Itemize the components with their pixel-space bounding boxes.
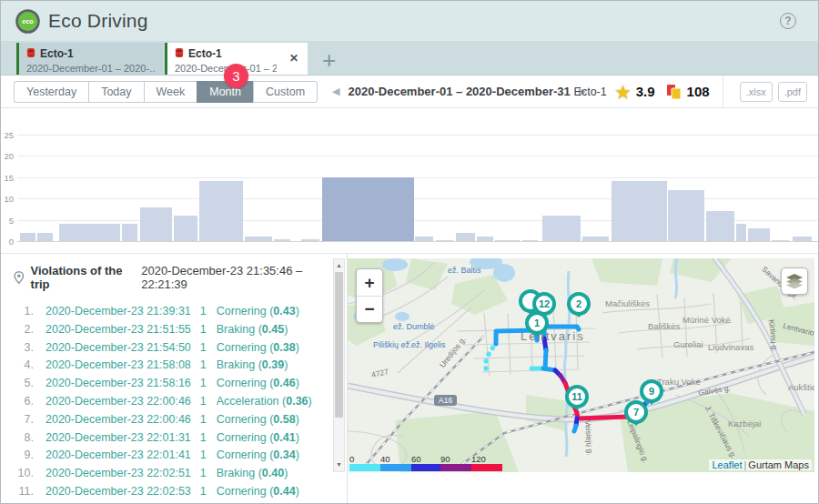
trip-bar-26[interactable] [793,237,812,241]
trip-bar-19[interactable] [582,237,609,241]
tab-ecto-1-0[interactable]: Ecto-12020-December-01 – 2020-... [16,43,163,75]
violation-count: 1 [200,483,207,501]
trip-bar-13[interactable] [436,240,453,242]
tab-subtitle: 2020-December-01 – 2020-... [26,63,156,74]
attribution-divider: | [744,459,747,470]
trip-bar-10[interactable] [301,239,319,241]
add-tab-button[interactable]: + [322,48,336,72]
export-xlsx-button[interactable]: .xlsx [740,82,773,102]
violation-datetime-link[interactable]: 2020-December-23 22:02:53 [46,483,191,501]
violation-row: 3.2020-December-23 21:54:501Cornering (0… [14,339,329,358]
trip-bar-17[interactable] [522,240,538,242]
trip-marker-1[interactable]: 1 [525,311,549,346]
svg-text:eco: eco [22,17,34,25]
scroll-down-icon[interactable]: ▼ [334,459,344,470]
trip-bar-15[interactable] [477,237,493,241]
trip-marker-2[interactable]: 2 [567,292,591,327]
trip-bar-4[interactable] [122,224,137,241]
violation-type-link[interactable]: Braking (0.39) [217,357,288,375]
layers-icon [786,274,803,288]
trip-bar-11[interactable] [322,177,414,241]
violation-datetime-link[interactable]: 2020-December-23 22:00:46 [46,411,191,429]
help-icon[interactable]: ? [780,13,796,29]
leaflet-link[interactable]: Leaflet [712,459,742,470]
scrollbar-thumb[interactable] [335,272,343,418]
trip-bar-7[interactable] [199,181,243,241]
scroll-up-icon[interactable]: ▲ [334,260,344,271]
violation-datetime-link[interactable]: 2020-December-23 21:51:55 [46,321,191,339]
violation-type-link[interactable]: Acceleration (0.36) [217,393,312,411]
violation-datetime-link[interactable]: 2020-December-23 21:58:08 [46,357,191,375]
violations-title: Violations of the trip [31,264,133,291]
trip-bar-21[interactable] [668,190,704,241]
violation-datetime-link[interactable]: 2020-December-23 22:01:31 [46,429,191,448]
trip-bar-23[interactable] [736,224,746,241]
violation-datetime-link[interactable]: 2020-December-23 22:00:46 [46,393,191,411]
violation-type-link[interactable]: Braking (0.45) [217,321,288,339]
violation-row: 4.2020-December-23 21:58:081Braking (0.3… [14,357,329,375]
trip-bar-16[interactable] [495,240,520,242]
violation-number: 3. [14,339,34,358]
trip-bar-2[interactable] [37,233,53,241]
trip-bar-14[interactable] [456,233,475,241]
violation-number: 8. [14,429,34,448]
violation-number: 7. [14,411,34,429]
violation-number: 6. [14,393,34,411]
violation-row: 10.2020-December-23 22:02:511Braking (0.… [14,465,329,483]
trip-marker-9[interactable]: 9 [640,379,663,414]
violation-number: 11. [14,483,34,501]
violation-type-link[interactable]: Cornering (0.58) [217,411,299,429]
map-zoom-control: + − [356,268,383,323]
trip-bar-1[interactable] [20,233,35,241]
violation-type-link[interactable]: Cornering (0.38) [217,339,299,358]
violation-type-link[interactable]: Braking (0.40) [217,465,288,483]
trip-bar-6[interactable] [174,216,197,241]
period-switcher: YesterdayTodayWeekMonthCustom [14,81,318,103]
trip-bar-8[interactable] [245,237,272,241]
violation-type-link[interactable]: Cornering (0.43) [217,303,299,321]
map-attribution: Leaflet|Gurtam Maps [709,459,812,470]
y-tick-label: 15 [1,173,14,183]
trip-bar-22[interactable] [706,211,734,241]
violation-count: 1 [200,339,207,358]
violation-datetime-link[interactable]: 2020-December-23 22:02:51 [46,465,191,483]
marker-label: 1 [525,311,549,335]
map-layers-button[interactable] [781,267,808,295]
violation-datetime-link[interactable]: 2020-December-23 22:01:41 [46,447,191,465]
export-pdf-button[interactable]: .pdf [778,82,807,102]
violation-count: 1 [200,429,207,448]
legend-color-0 [349,464,380,471]
violation-type-link[interactable]: Cornering (0.44) [217,483,299,501]
date-range-label: 2020-December-01 – 2020-December-31 [349,85,571,98]
violation-datetime-link[interactable]: 2020-December-23 21:58:16 [46,375,191,393]
trip-bar-20[interactable] [612,181,667,241]
violation-type-link[interactable]: Cornering (0.46) [217,375,299,393]
zoom-in-button[interactable]: + [357,269,382,296]
period-button-week[interactable]: Week [144,81,197,103]
trip-marker-11[interactable]: 11 [565,385,589,419]
zoom-out-button[interactable]: − [357,296,382,322]
trip-bar-25[interactable] [772,240,789,242]
trip-bar-3[interactable] [59,224,120,241]
violation-type-link[interactable]: Cornering (0.41) [217,429,299,448]
map[interactable]: ež. Baltisež. DumblėPiliškių ež.ež. Ilge… [348,258,814,472]
prev-period-icon[interactable]: ◀ [332,86,339,97]
period-button-today[interactable]: Today [88,81,143,103]
violation-type-link[interactable]: Cornering (0.34) [217,447,299,465]
violations-scrollbar[interactable]: ▲ ▼ [333,258,345,472]
trip-bar-5[interactable] [140,207,172,241]
gridline-15 [17,177,818,178]
period-button-yesterday[interactable]: Yesterday [14,81,88,103]
violation-count: 1 [200,411,207,429]
period-button-custom[interactable]: Custom [253,81,318,103]
trip-bar-18[interactable] [542,216,581,241]
trip-bar-12[interactable] [415,237,433,241]
close-tab-icon[interactable]: ✕ [289,52,298,65]
violation-number: 10. [14,465,34,483]
violation-datetime-link[interactable]: 2020-December-23 21:54:50 [46,339,191,358]
violation-number: 2. [14,321,34,339]
violation-datetime-link[interactable]: 2020-December-23 21:39:31 [46,303,191,321]
trip-bar-9[interactable] [274,239,290,241]
trip-bar-24[interactable] [748,228,770,241]
map-panel: ež. Baltisež. DumblėPiliškių ež.ež. Ilge… [348,254,818,503]
